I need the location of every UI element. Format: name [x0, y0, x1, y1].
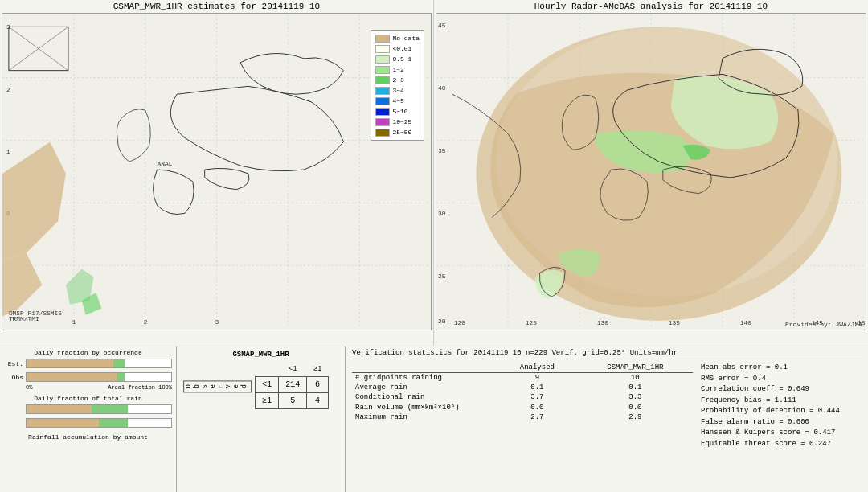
- rain-chart-title: Daily fraction of total rain: [4, 395, 172, 402]
- cell-c: 5: [279, 393, 307, 409]
- rain-obs-tan: [27, 419, 99, 427]
- stats-val-gsmap-4: 2.9: [578, 412, 693, 422]
- cell-d: 4: [307, 393, 329, 409]
- rain-est-track: [26, 404, 172, 414]
- rain-est-tan: [27, 405, 92, 413]
- svg-text:2: 2: [6, 86, 10, 93]
- stats-val-gsmap-1: 0.1: [578, 383, 693, 392]
- bottom-right: Verification statistics for 20141119 10 …: [346, 346, 868, 492]
- occurrence-bar-chart: Est. Obs 0% Areal fraction 100%: [4, 357, 172, 391]
- svg-text:2: 2: [144, 319, 148, 326]
- legend-label-nodata: No data: [392, 33, 420, 43]
- legend-color-34: [375, 87, 390, 95]
- est-bar-track: [26, 359, 172, 368]
- legend-label-34: 3~4: [392, 85, 403, 96]
- table-row-lt1: <1 214 6: [256, 377, 329, 393]
- obs-bar-tan: [27, 373, 117, 381]
- svg-text:20: 20: [438, 318, 446, 325]
- stat-line-4: Probability of detection = 0.444: [701, 406, 862, 417]
- legend-item-001: <0.01: [375, 43, 420, 54]
- stats-table-container: Analysed GSMAP_MWR_1HR # gridpoints rain…: [352, 363, 693, 449]
- legend-color-23: [375, 76, 390, 84]
- accum-chart-title: Rainfall accumulation by amount: [4, 433, 172, 441]
- bar-axis: 0% Areal fraction 100%: [4, 384, 172, 391]
- axis-0: 0%: [26, 384, 32, 391]
- bar-row-est: Est.: [4, 357, 172, 370]
- legend-label-05: 0.5~1: [392, 54, 411, 64]
- legend-color-2550: [375, 129, 390, 137]
- svg-text:125: 125: [526, 319, 537, 326]
- col-header-empty: [352, 363, 497, 373]
- stat-line-2: Correlation coeff = 0.649: [701, 384, 862, 396]
- legend-item-34: 3~4: [375, 85, 420, 96]
- right-map-title: Hourly Radar-AMeDAS analysis for 2014111…: [436, 2, 866, 11]
- observed-label-container: Observed: [183, 379, 252, 392]
- legend-item-2550: 25~50: [375, 127, 420, 137]
- svg-text:35: 35: [438, 147, 446, 154]
- svg-text:DMSP-F17/SSMIS: DMSP-F17/SSMIS: [9, 310, 62, 317]
- right-map-container: Hourly Radar-AMeDAS analysis for 2014111…: [434, 0, 868, 346]
- observed-vertical-label: Observed: [183, 380, 252, 392]
- stat-line-0: Mean abs error = 0.1: [701, 363, 862, 374]
- bottom-row: Daily fraction by occurrence Est. Obs: [0, 346, 868, 492]
- stats-val-analysed-2: 3.7: [497, 392, 578, 402]
- rain-est-green: [92, 405, 128, 413]
- legend-label-2550: 25~50: [392, 127, 411, 137]
- obs-bar-track: [26, 372, 172, 382]
- stats-val-analysed-0: 9: [497, 373, 578, 383]
- right-map-svg: 45 40 35 30 25 20 120 125 130 135 140 14…: [436, 14, 866, 330]
- legend-item-1025: 10~25: [375, 117, 420, 127]
- left-map: 3 2 1 0 1 2 3: [2, 13, 432, 330]
- stats-row-0: # gridpoints raining 9 10: [352, 373, 693, 383]
- bottom-left: Daily fraction by occurrence Est. Obs: [0, 346, 177, 492]
- left-map-title: GSMAP_MWR_1HR estimates for 20141119 10: [2, 2, 432, 11]
- stats-label-0: # gridpoints raining: [352, 373, 497, 383]
- legend-label-1025: 10~25: [392, 117, 411, 127]
- cell-a: 214: [279, 377, 307, 393]
- stats-label-3: Rain volume (mm×km²×10⁶): [352, 402, 497, 412]
- rain-bar-row-est: [4, 403, 172, 416]
- legend-item-45: 4~5: [375, 96, 420, 106]
- svg-text:45: 45: [438, 22, 446, 29]
- svg-text:1: 1: [6, 148, 10, 155]
- legend-color-001: [375, 45, 390, 53]
- legend-color-45: [375, 97, 390, 105]
- occurrence-chart-title: Daily fraction by occurrence: [4, 349, 172, 356]
- stats-row-3: Rain volume (mm×km²×10⁶) 0.0 0.0: [352, 402, 693, 412]
- legend-label-12: 1~2: [392, 64, 403, 75]
- stats-content: Analysed GSMAP_MWR_1HR # gridpoints rain…: [352, 363, 862, 449]
- legend-color-12: [375, 66, 390, 74]
- th-ge1: ≥1: [307, 362, 329, 377]
- row-lt1-label: <1: [256, 377, 279, 393]
- stat-line-6: Hanssen & Kuipers score = 0.417: [701, 428, 862, 439]
- th-empty: [256, 362, 279, 377]
- stats-val-gsmap-0: 10: [578, 373, 693, 383]
- legend-item-23: 2~3: [375, 75, 420, 85]
- est-bar-tan: [27, 359, 113, 367]
- svg-text:140: 140: [740, 319, 751, 326]
- legend-label-45: 4~5: [392, 96, 403, 106]
- svg-text:ANAL: ANAL: [157, 160, 172, 167]
- est-bar-green: [113, 359, 125, 367]
- legend-item-510: 5~10: [375, 106, 420, 117]
- legend-color-1025: [375, 118, 390, 126]
- stats-header-row: Analysed GSMAP_MWR_1HR: [352, 363, 693, 373]
- svg-text:25: 25: [438, 273, 446, 281]
- stats-label-1: Average rain: [352, 383, 497, 392]
- stats-row-2: Conditional rain 3.7 3.3: [352, 392, 693, 402]
- stats-val-gsmap-3: 0.0: [578, 402, 693, 412]
- right-stats: Mean abs error = 0.1 RMS error = 0.4 Cor…: [701, 363, 862, 449]
- stat-line-1: RMS error = 0.4: [701, 374, 862, 385]
- legend-label-510: 5~10: [392, 106, 407, 117]
- svg-text:30: 30: [438, 210, 446, 217]
- stats-label-2: Conditional rain: [352, 392, 497, 402]
- stats-val-analysed-1: 0.1: [497, 383, 578, 392]
- legend-color-nodata: [375, 35, 390, 43]
- stats-row-4: Maximum rain 2.7 2.9: [352, 412, 693, 422]
- svg-text:3: 3: [215, 319, 219, 326]
- row-ge1-label: ≥1: [256, 393, 279, 409]
- bar-row-obs: Obs: [4, 371, 172, 383]
- stats-val-analysed-3: 0.0: [497, 402, 578, 412]
- table-container: <1 ≥1 <1 214 6 ≥1: [255, 362, 329, 409]
- map-attribution: Provided by: JWA/JMA: [785, 321, 862, 328]
